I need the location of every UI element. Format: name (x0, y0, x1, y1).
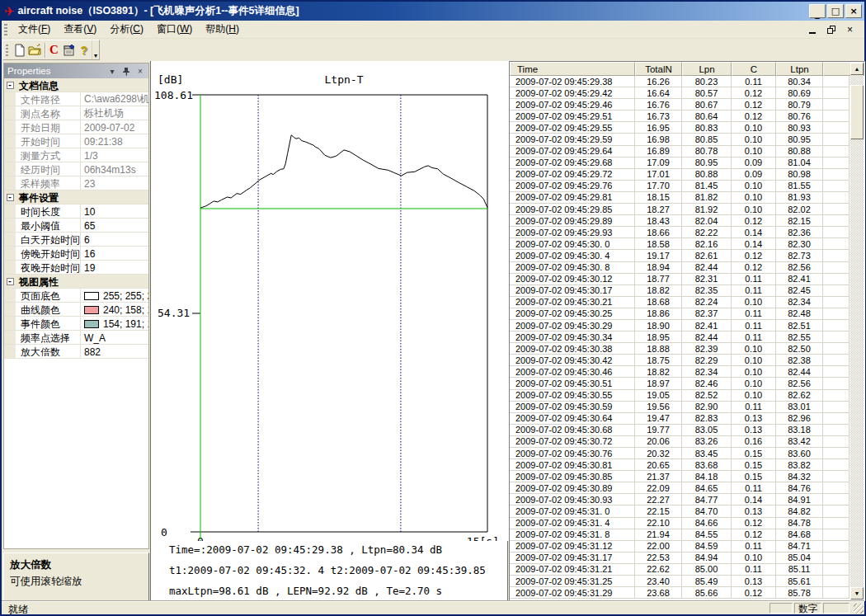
table-row[interactable]: 2009-07-02 09:45:30.4618.8282.340.1082.4… (510, 366, 850, 378)
close-button[interactable]: × (845, 4, 862, 18)
table-row[interactable]: 2009-07-02 09:45:30.6819.7783.050.1383.1… (510, 425, 850, 436)
property-row[interactable]: 测量方式1/3 (4, 148, 148, 162)
table-row[interactable]: 2009-07-02 09:45:31. 022.1584.700.1384.8… (510, 505, 850, 517)
property-row[interactable]: 开始日期2009-07-02 (4, 120, 148, 134)
menu-grip[interactable] (4, 24, 7, 35)
table-row[interactable]: 2009-07-02 09:45:29.4216.6480.570.1280.6… (510, 87, 850, 99)
scroll-down-button[interactable]: ▼ (850, 587, 864, 600)
table-row[interactable]: 2009-07-02 09:45:30.3418.9582.440.1182.5… (510, 332, 850, 343)
property-value[interactable]: 240; 158; 15 (81, 303, 148, 316)
menu-item-help[interactable]: 帮助(H) (199, 21, 246, 37)
collapse-expander-icon[interactable]: - (7, 82, 14, 89)
property-row[interactable]: 放大倍数882 (4, 345, 148, 359)
table-row[interactable]: 2009-07-02 09:45:30.2518.8682.370.1182.4… (510, 308, 850, 320)
table-row[interactable]: 2009-07-02 09:45:30.5519.0582.520.1082.6… (510, 390, 850, 402)
toolbar-overflow-button[interactable]: ▾ (92, 40, 99, 59)
menu-item-window[interactable]: 窗口(W) (150, 21, 199, 37)
table-row[interactable]: 2009-07-02 09:45:29.3816.2680.230.1180.3… (510, 76, 850, 87)
table-row[interactable]: 2009-07-02 09:45:29.6416.8980.780.1080.8… (510, 146, 850, 158)
property-row[interactable]: 频率点选择W_A (4, 331, 148, 345)
table-row[interactable]: 2009-07-02 09:45:29.8918.4382.040.1282.1… (510, 215, 850, 227)
column-header-Ltpn[interactable]: Ltpn (776, 62, 823, 76)
property-row[interactable]: 经历时间06h34m13s (4, 162, 148, 176)
panel-menu-button[interactable]: ▾ (107, 66, 117, 76)
table-row[interactable]: 2009-07-02 09:45:29.8118.1581.820.1081.9… (510, 192, 850, 204)
table-row[interactable]: 2009-07-02 09:45:31. 821.9484.550.1284.6… (510, 529, 850, 541)
table-row[interactable]: 2009-07-02 09:45:29.5916.9880.850.1080.9… (510, 134, 850, 145)
property-value[interactable]: 255; 255; 25 (81, 289, 148, 302)
table-row[interactable]: 2009-07-02 09:45:29.5116.7380.640.1280.7… (510, 111, 850, 122)
column-header-TotalN[interactable]: TotalN (635, 62, 682, 76)
menu-item-view[interactable]: 查看(V) (57, 21, 103, 37)
property-value[interactable]: W_A (81, 331, 148, 344)
table-row[interactable]: 2009-07-02 09:45:30.1218.7782.310.1182.4… (510, 274, 850, 285)
mdi-restore-button[interactable] (825, 24, 837, 35)
resize-grip[interactable] (854, 604, 864, 614)
property-row[interactable]: 测点名称栎社机场 (4, 106, 148, 120)
vertical-scrollbar[interactable]: ▲ ▼ (850, 63, 864, 600)
new-document-button[interactable] (12, 41, 27, 59)
table-row[interactable]: 2009-07-02 09:45:30.5919.5682.900.1183.0… (510, 402, 850, 413)
table-row[interactable]: 2009-07-02 09:45:30.9322.2784.770.1484.9… (510, 494, 850, 505)
panel-close-button[interactable]: × (135, 66, 145, 76)
table-row[interactable]: 2009-07-02 09:45:30. 818.9482.440.1282.5… (510, 262, 850, 274)
property-value[interactable]: 10 (81, 205, 148, 218)
table-row[interactable]: 2009-07-02 09:45:29.7217.0180.880.0980.9… (510, 169, 850, 181)
property-row[interactable]: 开始时间09:21:38 (4, 134, 148, 148)
property-row[interactable]: 时间长度10 (4, 205, 148, 219)
table-row[interactable]: 2009-07-02 09:45:30.7220.0683.260.1683.4… (510, 436, 850, 448)
maximize-button[interactable]: □ (827, 4, 844, 18)
ltpn-chart[interactable]: [dB]Ltpn-T108.6154.310015[s] (151, 61, 509, 541)
table-row[interactable]: 2009-07-02 09:45:30. 018.5882.160.1482.3… (510, 238, 850, 250)
property-row[interactable]: 夜晚开始时间19 (4, 261, 148, 275)
table-row[interactable]: 2009-07-02 09:45:30.2118.6882.240.1082.3… (510, 297, 850, 308)
table-row[interactable]: 2009-07-02 09:45:30.3818.8882.390.1082.5… (510, 343, 850, 355)
pin-button[interactable] (121, 66, 131, 76)
column-header-Lpn[interactable]: Lpn (682, 62, 732, 76)
property-value[interactable]: 882 (81, 345, 148, 358)
table-row[interactable]: 2009-07-02 09:45:29.4616.7680.670.1280.7… (510, 99, 850, 111)
property-row[interactable]: 白天开始时间6 (4, 233, 148, 247)
help-button[interactable]: ? (77, 41, 92, 59)
toolbar-grip[interactable] (6, 45, 8, 56)
collapse-expander-icon[interactable]: - (7, 278, 14, 285)
property-value[interactable]: 65 (81, 219, 148, 232)
mdi-close-button[interactable]: × (844, 24, 856, 35)
table-row[interactable]: 2009-07-02 09:45:29.5516.9580.830.1080.9… (510, 122, 850, 134)
collapse-expander-icon[interactable]: - (7, 194, 14, 201)
property-row[interactable]: 采样频率23 (4, 176, 148, 190)
scroll-up-button[interactable]: ▲ (850, 63, 864, 75)
property-row[interactable]: 事件颜色154; 191; 18 (4, 317, 148, 331)
property-value[interactable]: 154; 191; 18 (81, 317, 148, 330)
table-row[interactable]: 2009-07-02 09:45:29.7617.7081.450.1081.5… (510, 181, 850, 192)
table-row[interactable]: 2009-07-02 09:45:31. 422.1084.660.1284.7… (510, 518, 850, 529)
column-header-C[interactable]: C (732, 62, 776, 76)
table-row[interactable]: 2009-07-02 09:45:31.2523.4085.490.1385.6… (510, 576, 850, 587)
table-row[interactable]: 2009-07-02 09:45:31.1722.5384.940.1085.0… (510, 553, 850, 564)
table-row[interactable]: 2009-07-02 09:45:30.8120.6583.680.1583.8… (510, 459, 850, 471)
open-file-button[interactable] (27, 41, 42, 59)
menu-item-analysis[interactable]: 分析(C) (103, 21, 150, 37)
mdi-minimize-button[interactable] (806, 24, 818, 35)
table-row[interactable]: 2009-07-02 09:45:31.2122.6285.000.1185.1… (510, 564, 850, 576)
table-row[interactable]: 2009-07-02 09:45:30.2918.9082.410.1182.5… (510, 320, 850, 332)
color-swatch[interactable] (84, 320, 99, 328)
table-row[interactable]: 2009-07-02 09:45:30.7620.3283.450.1583.6… (510, 448, 850, 459)
table-row[interactable]: 2009-07-02 09:45:29.9318.6682.220.1482.3… (510, 227, 850, 238)
table-row[interactable]: 2009-07-02 09:45:31.1222.0084.590.1184.7… (510, 541, 850, 553)
scrollbar-thumb[interactable] (850, 85, 864, 139)
table-row[interactable]: 2009-07-02 09:45:30. 419.1782.610.1282.7… (510, 250, 850, 261)
table-row[interactable]: 2009-07-02 09:45:30.6419.4782.830.1382.9… (510, 413, 850, 425)
table-row[interactable]: 2009-07-02 09:45:29.8518.2781.920.1082.0… (510, 204, 850, 215)
property-row[interactable]: 最小阈值65 (4, 219, 148, 233)
property-row[interactable]: 页面底色255; 255; 25 (4, 289, 148, 303)
property-row[interactable]: 曲线颜色240; 158; 15 (4, 303, 148, 317)
property-row[interactable]: 文件路径C:\awa6298\机场 (4, 92, 148, 106)
properties-button[interactable] (62, 41, 77, 59)
color-swatch[interactable] (84, 306, 99, 314)
table-row[interactable]: 2009-07-02 09:45:29.6817.0980.950.0981.0… (510, 158, 850, 169)
color-swatch[interactable] (84, 292, 99, 300)
table-row[interactable]: 2009-07-02 09:45:31.2923.6885.660.1285.7… (510, 587, 850, 599)
property-row[interactable]: 傍晚开始时间16 (4, 247, 148, 261)
property-value[interactable]: 19 (81, 261, 148, 274)
